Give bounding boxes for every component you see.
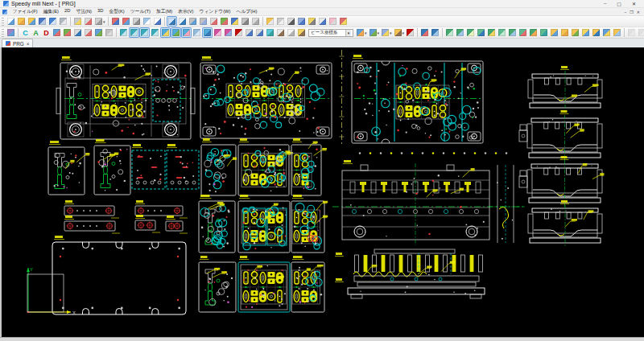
cam-op-6-icon[interactable] (497, 28, 506, 37)
part-box-1-icon[interactable] (420, 28, 429, 37)
move-copy-icon[interactable] (178, 17, 187, 26)
menu-item-3[interactable]: 寸法(N) (73, 8, 95, 15)
triangle-ruler-icon[interactable] (251, 17, 260, 26)
maximize-button[interactable]: ▢ (617, 1, 621, 6)
punch-op-7-icon[interactable] (613, 28, 621, 37)
open-icon[interactable] (17, 17, 26, 26)
letter-d-icon[interactable]: D (42, 28, 51, 37)
part-box-2-icon[interactable] (431, 28, 440, 37)
mold-tool-1-icon[interactable] (213, 28, 222, 37)
dropdown-arrow-icon[interactable]: ▾ (365, 31, 367, 35)
draw-pencil-icon[interactable] (230, 17, 239, 26)
view-iso-icon[interactable] (356, 28, 365, 37)
menu-item-7[interactable]: 加工(M) (153, 8, 175, 15)
open-import-icon[interactable] (27, 17, 36, 26)
filter-y-icon[interactable] (308, 17, 316, 26)
tab-prg[interactable]: PRG × (2, 39, 33, 47)
menu-item-10[interactable]: ヘルプ(H) (233, 8, 260, 15)
cam-op-3-icon[interactable] (466, 28, 475, 37)
undo-icon[interactable] (48, 17, 57, 26)
cam-op-4-icon[interactable] (477, 28, 485, 37)
view-cup-1-icon[interactable] (276, 28, 285, 37)
layers-icon[interactable] (6, 28, 15, 37)
snap-grid-icon[interactable] (84, 17, 93, 26)
dropdown-arrow-icon[interactable]: ▾ (103, 19, 105, 24)
punch-op-2-icon[interactable] (560, 28, 569, 37)
grid-dots-icon[interactable] (241, 17, 250, 26)
coordinate-system-combo[interactable]: ピース座標系▾ (308, 29, 353, 37)
solid-view-5-icon[interactable] (161, 28, 170, 37)
mdi-close-button[interactable]: ✕ (637, 10, 640, 14)
tab-close-icon[interactable]: × (27, 41, 30, 47)
mold-grid-icon[interactable] (234, 28, 243, 37)
drawing-canvas[interactable]: YX (0, 47, 644, 337)
cam-op-7-icon[interactable] (508, 28, 517, 37)
menu-item-1[interactable]: 編集(E) (40, 8, 61, 15)
cam-op-5-icon[interactable] (487, 28, 496, 37)
letter-c-icon[interactable]: C (21, 28, 30, 37)
solid-view-2-icon[interactable] (130, 28, 138, 37)
cad-tool-1-icon[interactable] (52, 28, 61, 37)
solid-view-8-icon[interactable] (192, 28, 201, 37)
view-user-icon[interactable] (394, 28, 402, 37)
box-tool-icon[interactable] (132, 17, 141, 26)
save-dis-icon[interactable] (627, 28, 636, 37)
pick-icon[interactable] (153, 17, 162, 26)
sheet-icon[interactable] (276, 17, 285, 26)
text-7a-icon[interactable] (287, 17, 295, 26)
target-icon[interactable] (209, 17, 218, 26)
solid-view-1-icon[interactable] (119, 28, 128, 37)
cad-tool-3-icon[interactable] (73, 28, 82, 37)
cam-op-10-icon[interactable] (539, 28, 548, 37)
insert-point-icon[interactable] (220, 17, 229, 26)
combo-dropdown-icon[interactable]: ▾ (345, 30, 351, 36)
menu-item-9[interactable]: ウィンドウ(W) (196, 8, 233, 15)
dropdown-arrow-icon[interactable]: ▾ (390, 31, 392, 35)
cam-op-1-icon[interactable] (445, 28, 454, 37)
cad-tool-4-icon[interactable] (84, 28, 93, 37)
view-cup-3-icon[interactable] (297, 28, 306, 37)
mold-tool-2-icon[interactable] (224, 28, 233, 37)
cad-tool-2-icon[interactable] (63, 28, 72, 37)
menu-item-0[interactable]: ファイル(F) (10, 8, 40, 15)
solid-view-6-icon[interactable] (171, 28, 180, 37)
dropdown-arrow-icon[interactable]: ▾ (378, 31, 380, 35)
measure-1-icon[interactable] (111, 17, 120, 26)
cam-op-9-icon[interactable] (529, 28, 538, 37)
cad-tool-5-icon[interactable] (94, 28, 103, 37)
save-icon[interactable] (38, 17, 47, 26)
mdi-restore-button[interactable]: ❐ (630, 10, 633, 14)
snap-ruler-icon[interactable] (73, 17, 82, 26)
punch-op-3-icon[interactable] (571, 28, 580, 37)
solid-view-7-icon[interactable] (182, 28, 191, 37)
cad-tool-6-icon[interactable] (105, 28, 114, 37)
menu-item-5[interactable]: 金型(K) (106, 8, 127, 15)
close-button[interactable]: ✕ (632, 1, 636, 6)
menu-item-2[interactable]: 2D (61, 8, 72, 15)
move-icon[interactable] (167, 17, 176, 26)
eraser-icon[interactable] (328, 17, 337, 26)
view-cup-2-icon[interactable] (287, 28, 295, 37)
new-doc-icon[interactable] (6, 17, 15, 26)
measure-2-icon[interactable] (122, 17, 130, 26)
punch-op-5-icon[interactable] (592, 28, 601, 37)
layer-stack-icon[interactable] (297, 17, 306, 26)
view-top-icon[interactable] (369, 28, 378, 37)
solid-view-4-icon[interactable] (151, 28, 159, 37)
dropdown-arrow-icon[interactable]: ▾ (402, 31, 405, 35)
minimize-button[interactable]: – (604, 1, 606, 6)
annotate-a-icon[interactable] (318, 17, 327, 26)
zoom-window-icon[interactable] (255, 28, 264, 37)
link-1-icon[interactable] (188, 17, 197, 26)
solid-view-3-icon[interactable] (140, 28, 149, 37)
stamp-icon[interactable] (339, 17, 348, 26)
view-front-icon[interactable] (381, 28, 390, 37)
punch-op-1-icon[interactable] (550, 28, 559, 37)
menu-item-4[interactable]: 3D (95, 8, 106, 15)
punch-op-4-icon[interactable] (581, 28, 590, 37)
redo-icon[interactable] (59, 17, 68, 26)
view-grid-icon[interactable] (406, 28, 415, 37)
menu-item-8[interactable]: 表示(V) (175, 8, 196, 15)
punch-op-6-icon[interactable] (602, 28, 611, 37)
link-2-icon[interactable] (199, 17, 208, 26)
